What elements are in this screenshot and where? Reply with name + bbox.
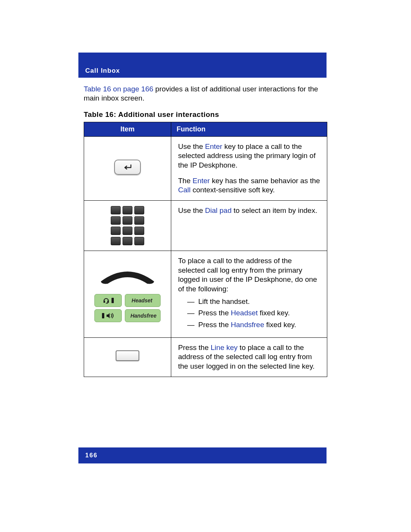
handsfree-keyword: Handsfree <box>231 321 264 329</box>
headset-label-button: Headset <box>125 294 161 307</box>
document-page: Call Inbox Table 16 on page 166 provides… <box>0 0 411 532</box>
enter-key-icon <box>114 160 141 175</box>
col-item: Item <box>84 122 171 136</box>
page-number: 166 <box>85 452 98 459</box>
headset-icon-button <box>94 294 122 307</box>
item-cell-enter <box>84 136 171 200</box>
handsfree-icon-button <box>94 309 122 322</box>
page-header-bar: Call Inbox <box>78 53 327 78</box>
function-cell: Press the Line key to place a call to th… <box>171 337 327 377</box>
page-footer-bar: 166 <box>78 447 327 463</box>
dialpad-keyword: Dial pad <box>205 206 232 214</box>
table-row: Use the Enter key to place a call to the… <box>84 136 327 200</box>
col-function: Function <box>171 122 327 136</box>
enter-keyword: Enter <box>193 177 210 185</box>
call-keyword: Call <box>178 186 191 194</box>
list-item: Lift the handset. <box>187 297 320 307</box>
table-row: Use the Dial pad to select an item by in… <box>84 200 327 251</box>
table-row: Headset Handsfree <box>84 251 327 337</box>
table-row: Press the Line key to place a call to th… <box>84 337 327 377</box>
action-list: Lift the handset. Press the Headset fixe… <box>187 297 320 330</box>
list-item: Press the Handsfree fixed key. <box>187 320 320 330</box>
intro-paragraph: Table 16 on page 166 provides a list of … <box>84 85 327 103</box>
handsfree-label-button: Handsfree <box>125 309 161 322</box>
item-cell-handset: Headset Handsfree <box>84 251 171 337</box>
list-item: Press the Headset fixed key. <box>187 308 320 318</box>
section-title: Call Inbox <box>85 67 120 75</box>
table-caption: Table 16: Additional user interactions <box>84 110 327 119</box>
line-key-icon <box>116 350 139 361</box>
item-cell-dialpad <box>84 200 171 251</box>
table-header-row: Item Function <box>84 122 327 136</box>
item-cell-linekey <box>84 337 171 377</box>
linekey-keyword: Line key <box>211 343 238 351</box>
handset-icon <box>97 266 158 285</box>
function-cell: To place a call to the address of the se… <box>171 251 327 337</box>
function-cell: Use the Dial pad to select an item by in… <box>171 200 327 251</box>
dialpad-icon <box>111 206 144 245</box>
enter-keyword: Enter <box>205 142 222 150</box>
interactions-table: Item Function Us <box>84 122 327 377</box>
page-body: Table 16 on page 166 provides a list of … <box>84 85 327 377</box>
function-cell: Use the Enter key to place a call to the… <box>171 136 327 200</box>
cross-ref-link[interactable]: Table 16 on page 166 <box>84 85 153 93</box>
headset-keyword: Headset <box>231 309 258 317</box>
